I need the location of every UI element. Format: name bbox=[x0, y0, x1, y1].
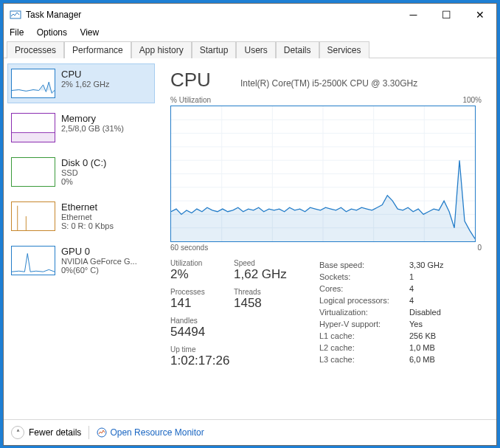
stat-speed: Speed1,62 GHz bbox=[234, 259, 287, 282]
stat-value: 1,62 GHz bbox=[234, 267, 287, 282]
stats-left: Utilization2%Speed1,62 GHzProcesses141Th… bbox=[170, 259, 318, 374]
tab-app-history[interactable]: App history bbox=[131, 41, 192, 58]
stat-row: Cores:4 bbox=[319, 284, 448, 294]
stat-row: Hyper-V support:Yes bbox=[319, 320, 448, 330]
graph-xmin: 60 seconds bbox=[170, 244, 208, 252]
ethernet-thumb bbox=[11, 201, 55, 231]
stat-up-time: Up time1:02:17:26 bbox=[170, 345, 303, 368]
stat-row: L2 cache:1,0 MB bbox=[319, 343, 448, 354]
tab-performance[interactable]: Performance bbox=[64, 41, 131, 58]
graph-ylabel: % Utilization bbox=[170, 96, 211, 104]
graph-xmax: 0 bbox=[477, 244, 482, 252]
sidebar-item-subtitle: Ethernet bbox=[61, 213, 114, 221]
sidebar-disk-text: Disk 0 (C:) SSD 0% bbox=[61, 157, 106, 187]
stat-label: Threads bbox=[234, 288, 284, 296]
main-header: CPU Intel(R) Core(TM) i5-2500K CPU @ 3.3… bbox=[170, 69, 482, 92]
cpu-utilization-graph[interactable] bbox=[170, 106, 476, 242]
stat-key: Sockets: bbox=[319, 272, 408, 283]
stat-key: L3 cache: bbox=[319, 355, 408, 365]
stat-key: L1 cache: bbox=[319, 331, 408, 342]
stats-right: Base speed:3,30 GHzSockets:1Cores:4Logic… bbox=[318, 259, 449, 374]
stat-key: Hyper-V support: bbox=[319, 320, 408, 330]
tab-startup[interactable]: Startup bbox=[192, 41, 237, 58]
stat-val: 6,0 MB bbox=[409, 355, 448, 365]
sidebar-item-gpu[interactable]: GPU 0 NVIDIA GeForce G... 0%(60° C) bbox=[8, 241, 154, 280]
stat-val: Disabled bbox=[409, 308, 448, 318]
stat-key: Logical processors: bbox=[319, 296, 408, 306]
stat-processes: Processes141 bbox=[170, 288, 221, 311]
memory-thumb bbox=[11, 113, 55, 142]
graph-top-labels: % Utilization 100% bbox=[170, 96, 482, 104]
stat-key: Base speed: bbox=[319, 261, 408, 271]
tabstrip: Processes Performance App history Startu… bbox=[4, 41, 496, 58]
maximize-button[interactable]: ☐ bbox=[430, 4, 463, 26]
stat-value: 54494 bbox=[170, 325, 221, 340]
sidebar-item-memory[interactable]: Memory 2,5/8,0 GB (31%) bbox=[8, 108, 154, 147]
sidebar-cpu-text: CPU 2% 1,62 GHz bbox=[61, 69, 109, 98]
tab-services[interactable]: Services bbox=[319, 41, 369, 58]
fewer-details-link[interactable]: Fewer details bbox=[29, 427, 81, 438]
sidebar-memory-text: Memory 2,5/8,0 GB (31%) bbox=[61, 113, 124, 142]
separator bbox=[88, 426, 89, 439]
cpu-model: Intel(R) Core(TM) i5-2500K CPU @ 3.30GHz bbox=[240, 78, 417, 89]
sidebar: CPU 2% 1,62 GHz Memory 2,5/8,0 GB (31%) … bbox=[4, 58, 159, 419]
stat-label: Speed bbox=[234, 259, 287, 267]
tab-details[interactable]: Details bbox=[276, 41, 319, 58]
close-button[interactable]: ✕ bbox=[463, 4, 496, 26]
graph-bottom-labels: 60 seconds 0 bbox=[170, 244, 482, 252]
svg-rect-1 bbox=[12, 133, 55, 142]
sidebar-item-subtitle2: S: 0 R: 0 Kbps bbox=[61, 221, 114, 230]
stat-key: Cores: bbox=[319, 284, 408, 294]
sidebar-item-subtitle2: 0% bbox=[61, 177, 106, 186]
app-icon bbox=[10, 9, 21, 21]
stat-val: Yes bbox=[409, 320, 448, 330]
stat-value: 1458 bbox=[234, 296, 284, 311]
stat-value: 1:02:17:26 bbox=[170, 354, 303, 368]
stat-row: L1 cache:256 KB bbox=[319, 331, 448, 342]
sidebar-item-title: CPU bbox=[61, 69, 109, 80]
footer: ˄ Fewer details Open Resource Monitor bbox=[4, 419, 496, 445]
stat-val: 3,30 GHz bbox=[409, 261, 448, 271]
sidebar-item-disk[interactable]: Disk 0 (C:) SSD 0% bbox=[8, 153, 154, 191]
cpu-thumb bbox=[11, 69, 55, 98]
sidebar-item-subtitle: 2,5/8,0 GB (31%) bbox=[61, 124, 124, 133]
stat-label: Utilization bbox=[170, 259, 221, 267]
sidebar-item-ethernet[interactable]: Ethernet Ethernet S: 0 R: 0 Kbps bbox=[8, 197, 154, 235]
sidebar-item-title: Memory bbox=[61, 113, 124, 124]
gpu-thumb bbox=[11, 246, 55, 275]
stat-val: 256 KB bbox=[409, 331, 448, 342]
stat-label: Up time bbox=[170, 345, 303, 354]
sidebar-item-subtitle2: 0%(60° C) bbox=[61, 266, 137, 275]
sidebar-item-title: Disk 0 (C:) bbox=[61, 157, 106, 168]
tab-users[interactable]: Users bbox=[236, 41, 275, 58]
sidebar-item-subtitle: NVIDIA GeForce G... bbox=[61, 257, 137, 266]
content-area: CPU 2% 1,62 GHz Memory 2,5/8,0 GB (31%) … bbox=[4, 58, 496, 419]
sidebar-ethernet-text: Ethernet Ethernet S: 0 R: 0 Kbps bbox=[61, 201, 114, 231]
titlebar[interactable]: Task Manager ─ ☐ ✕ bbox=[4, 4, 496, 26]
graph-ymax: 100% bbox=[462, 96, 482, 104]
menu-file[interactable]: File bbox=[10, 27, 24, 38]
sidebar-item-subtitle: 2% 1,62 GHz bbox=[61, 80, 109, 89]
stat-val: 1 bbox=[409, 272, 448, 283]
menu-options[interactable]: Options bbox=[37, 27, 67, 38]
chevron-up-icon[interactable]: ˄ bbox=[11, 426, 24, 439]
sidebar-item-cpu[interactable]: CPU 2% 1,62 GHz bbox=[8, 64, 154, 103]
stat-key: Virtualization: bbox=[319, 308, 408, 318]
sidebar-item-title: GPU 0 bbox=[61, 246, 137, 257]
stat-value: 141 bbox=[170, 296, 221, 311]
sidebar-gpu-text: GPU 0 NVIDIA GeForce G... 0%(60° C) bbox=[61, 246, 137, 275]
sidebar-item-title: Ethernet bbox=[61, 201, 114, 213]
tab-processes[interactable]: Processes bbox=[7, 41, 64, 58]
window-buttons: ─ ☐ ✕ bbox=[397, 4, 496, 26]
resource-monitor-icon bbox=[97, 427, 107, 438]
stat-row: L3 cache:6,0 MB bbox=[319, 355, 448, 365]
open-resource-monitor-link[interactable]: Open Resource Monitor bbox=[110, 427, 204, 438]
stat-row: Sockets:1 bbox=[319, 272, 448, 283]
main-panel: CPU Intel(R) Core(TM) i5-2500K CPU @ 3.3… bbox=[159, 58, 496, 419]
stat-val: 4 bbox=[409, 284, 448, 294]
minimize-button[interactable]: ─ bbox=[397, 4, 430, 26]
stat-val: 1,0 MB bbox=[409, 343, 448, 354]
stat-value: 2% bbox=[170, 267, 221, 282]
stat-row: Base speed:3,30 GHz bbox=[319, 261, 448, 271]
menu-view[interactable]: View bbox=[80, 27, 99, 38]
